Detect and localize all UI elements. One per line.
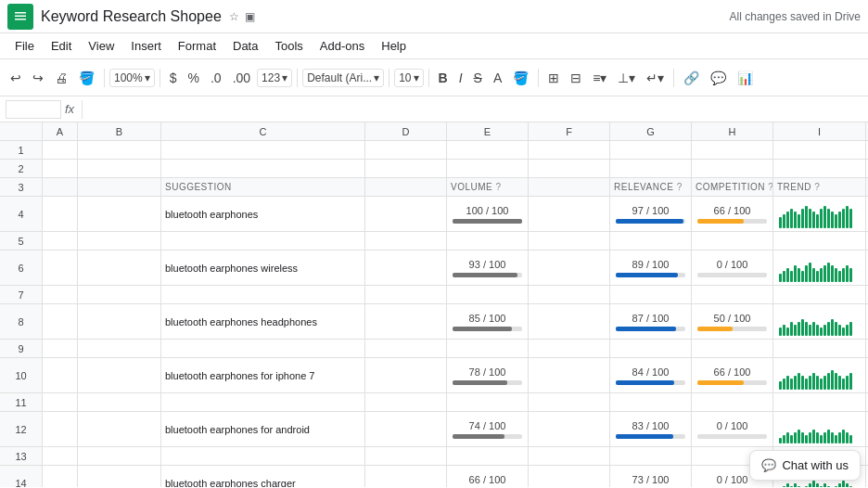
cell-d1[interactable]	[365, 141, 447, 159]
fill-color-button[interactable]: 🪣	[508, 67, 533, 89]
link-button[interactable]: 🔗	[679, 67, 704, 89]
menu-addons[interactable]: Add-ons	[313, 37, 372, 55]
cell-b-2[interactable]	[78, 304, 161, 340]
cell-b1[interactable]	[78, 141, 161, 159]
cell-g1[interactable]	[610, 141, 692, 159]
trend-cell-3[interactable]	[773, 358, 866, 393]
decimal0-button[interactable]: .0	[206, 67, 226, 89]
col-trend-header[interactable]: TREND ?	[773, 178, 866, 196]
competition-cell-3[interactable]: 66 / 100	[692, 358, 773, 393]
drive-icon[interactable]: ▣	[245, 10, 255, 23]
cell-e1[interactable]	[447, 141, 529, 159]
suggestion-0[interactable]: bluetooth earphones	[161, 197, 365, 232]
cell-d2[interactable]	[365, 160, 447, 177]
trend-cell-4[interactable]	[773, 412, 866, 447]
col-header-a[interactable]: A	[43, 122, 78, 140]
relevance-cell-5[interactable]: 73 / 100	[610, 466, 692, 487]
cell-f-2[interactable]	[529, 304, 610, 340]
percent-button[interactable]: %	[184, 67, 204, 89]
bold-button[interactable]: B	[434, 67, 453, 89]
trend-cell-0[interactable]	[773, 197, 866, 232]
cell-d-5[interactable]	[365, 466, 447, 487]
relevance-cell-0[interactable]: 97 / 100	[610, 197, 692, 232]
suggestion-3[interactable]: bluetooth earphones for iphone 7	[161, 358, 365, 393]
cell-c2[interactable]	[161, 160, 365, 177]
col-header-i[interactable]: I	[773, 122, 866, 140]
cell-g2[interactable]	[610, 160, 692, 177]
competition-cell-2[interactable]: 50 / 100	[692, 304, 773, 340]
cell-i2[interactable]	[773, 160, 866, 177]
col-header-f[interactable]: F	[529, 122, 610, 140]
cell-d-4[interactable]	[365, 412, 447, 447]
col-volume-header[interactable]: VOLUME ?	[447, 178, 529, 196]
trend-cell-1[interactable]	[773, 250, 866, 286]
cell-d-0[interactable]	[365, 197, 447, 232]
cell-b-4[interactable]	[78, 412, 161, 447]
cell-a-5[interactable]	[43, 466, 78, 487]
cell-f1[interactable]	[529, 141, 610, 159]
suggestion-4[interactable]: bluetooth earphones for android	[161, 412, 365, 447]
font-select[interactable]: Default (Ari... ▾	[302, 69, 384, 87]
cell-i1[interactable]	[773, 141, 866, 159]
borders-button[interactable]: ⊞	[543, 67, 564, 89]
merge-button[interactable]: ⊟	[566, 67, 586, 89]
cell-d-1[interactable]	[365, 250, 447, 286]
wrap-button[interactable]: ↵▾	[642, 67, 669, 89]
comment-button[interactable]: 💬	[706, 67, 731, 89]
number-format-select[interactable]: 123▾	[257, 69, 292, 87]
relevance-cell-3[interactable]: 84 / 100	[610, 358, 692, 393]
volume-cell-5[interactable]: 66 / 100	[447, 466, 529, 487]
cell-b-5[interactable]	[78, 466, 161, 487]
valign-button[interactable]: ⊥▾	[613, 67, 640, 89]
cell-f-4[interactable]	[529, 412, 610, 447]
relevance-cell-2[interactable]: 87 / 100	[610, 304, 692, 340]
menu-insert[interactable]: Insert	[123, 37, 169, 55]
cell-a2[interactable]	[43, 160, 78, 177]
competition-cell-1[interactable]: 0 / 100	[692, 250, 773, 286]
col-header-b[interactable]: B	[78, 122, 161, 140]
col-competition-header[interactable]: COMPETITION ?	[692, 178, 773, 196]
cell-a-1[interactable]	[43, 250, 78, 286]
cell-b-0[interactable]	[78, 197, 161, 232]
volume-cell-3[interactable]: 78 / 100	[447, 358, 529, 393]
cell-reference[interactable]	[6, 100, 61, 119]
italic-button[interactable]: I	[454, 67, 467, 89]
cell-b3[interactable]	[78, 178, 161, 196]
undo-button[interactable]: ↩	[6, 67, 26, 89]
volume-cell-1[interactable]: 93 / 100	[447, 250, 529, 286]
decimal2-button[interactable]: .00	[228, 67, 255, 89]
menu-format[interactable]: Format	[171, 37, 223, 55]
cell-d3[interactable]	[365, 178, 447, 196]
zoom-select[interactable]: 100% ▾	[109, 69, 155, 87]
chart-button[interactable]: 📊	[733, 67, 758, 89]
cell-e2[interactable]	[447, 160, 529, 177]
strikethrough-button[interactable]: S	[469, 67, 487, 89]
cell-f-1[interactable]	[529, 250, 610, 286]
cell-f3[interactable]	[529, 178, 610, 196]
cell-b-1[interactable]	[78, 250, 161, 286]
formula-input[interactable]	[90, 103, 862, 116]
volume-cell-2[interactable]: 85 / 100	[447, 304, 529, 340]
text-color-button[interactable]: A	[489, 67, 506, 89]
col-relevance-header[interactable]: RELEVANCE ?	[610, 178, 692, 196]
cell-h1[interactable]	[692, 141, 773, 159]
competition-cell-4[interactable]: 0 / 100	[692, 412, 773, 447]
col-header-c[interactable]: C	[161, 122, 365, 140]
col-suggestion-header[interactable]: SUGGESTION	[161, 178, 365, 196]
menu-file[interactable]: File	[7, 37, 42, 55]
competition-cell-0[interactable]: 66 / 100	[692, 197, 773, 232]
menu-data[interactable]: Data	[225, 37, 265, 55]
trend-cell-2[interactable]	[773, 304, 866, 340]
font-size-select[interactable]: 10 ▾	[394, 69, 423, 87]
suggestion-1[interactable]: bluetooth earphones wireless	[161, 250, 365, 286]
cell-f-5[interactable]	[529, 466, 610, 487]
chat-widget[interactable]: 💬 Chat with us	[749, 450, 861, 481]
cell-c1[interactable]	[161, 141, 365, 159]
cell-a3[interactable]	[43, 178, 78, 196]
volume-cell-0[interactable]: 100 / 100	[447, 197, 529, 232]
star-icon[interactable]: ☆	[229, 10, 239, 23]
cell-a1[interactable]	[43, 141, 78, 159]
cell-a-2[interactable]	[43, 304, 78, 340]
col-header-g[interactable]: G	[610, 122, 692, 140]
relevance-cell-4[interactable]: 83 / 100	[610, 412, 692, 447]
